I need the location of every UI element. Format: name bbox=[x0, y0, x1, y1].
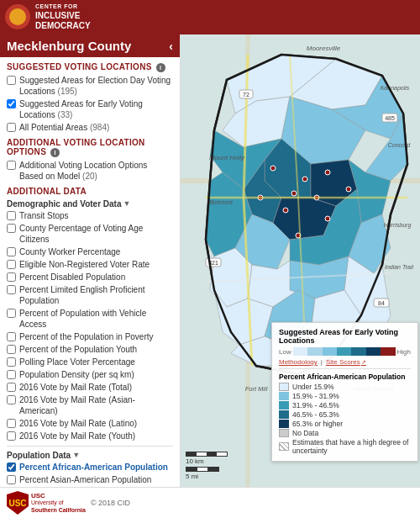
legend-early-voting-title: Suggested Areas for Early Voting Locatio… bbox=[279, 328, 411, 345]
poverty-label[interactable]: Percent of the Population in Poverty bbox=[19, 331, 154, 342]
worker-checkbox[interactable] bbox=[7, 247, 16, 256]
legend-gradient: Low High bbox=[279, 347, 411, 356]
density-option: Population Density (per sq km) bbox=[7, 369, 173, 380]
model-based-label[interactable]: Additional Voting Location Options Based… bbox=[19, 160, 173, 182]
gradient-seg-7 bbox=[381, 347, 395, 356]
african-checkbox[interactable] bbox=[7, 462, 16, 472]
methodology-link[interactable]: Methodology bbox=[279, 358, 318, 366]
model-based-checkbox[interactable] bbox=[7, 161, 16, 170]
scale-km-label: 10 km bbox=[186, 452, 228, 465]
early-voting-checkbox[interactable] bbox=[7, 99, 16, 108]
legend-high-label: High bbox=[397, 348, 411, 356]
mail-youth-label[interactable]: 2016 Vote by Mail Rate (Youth) bbox=[19, 431, 135, 441]
legend-color-7 bbox=[279, 442, 289, 451]
vap-label[interactable]: County Percentage of Voting Age Citizens bbox=[19, 223, 173, 245]
additional-options-label: ADDITIONAL VOTING LOCATION OPTIONS i bbox=[7, 138, 173, 157]
legend-color-3 bbox=[279, 401, 289, 410]
demographic-subsection[interactable]: Demographic and Voter Data ▼ bbox=[7, 199, 173, 209]
polling-label[interactable]: Polling Place Voter Percentage bbox=[19, 357, 135, 367]
nonreg-label[interactable]: Eligible Non-Registered Voter Rate bbox=[19, 259, 150, 270]
scale-bar: 10 km 5 mi bbox=[186, 452, 228, 480]
all-potential-checkbox[interactable] bbox=[7, 123, 16, 132]
svg-text:Mount Holly: Mount Holly bbox=[209, 154, 245, 161]
transit-checkbox[interactable] bbox=[7, 211, 16, 220]
vehicle-label[interactable]: Percent of Population with Vehicle Acces… bbox=[19, 308, 173, 330]
transit-label[interactable]: Transit Stops bbox=[19, 210, 69, 221]
app-header: CENTER FOR INCLUSIVE DEMOCRACY bbox=[0, 0, 420, 34]
svg-point-37 bbox=[325, 216, 330, 221]
asian-option: Percent Asian-American Population bbox=[7, 474, 173, 485]
nonreg-checkbox[interactable] bbox=[7, 260, 16, 269]
copyright-text: © 2018 CID bbox=[91, 499, 130, 507]
collapse-button[interactable]: ‹ bbox=[169, 40, 173, 53]
model-based-option: Additional Voting Location Options Based… bbox=[7, 160, 173, 182]
map-container[interactable]: 72 485 84 321 Mooresville Kannapolis Con… bbox=[181, 34, 420, 487]
county-title-bar: Mecklenburg County ‹ bbox=[0, 34, 180, 57]
mail-latino-label[interactable]: 2016 Vote by Mail Rate (Latino) bbox=[19, 418, 137, 429]
demographic-dropdown-icon: ▼ bbox=[123, 199, 131, 208]
density-label[interactable]: Population Density (per sq km) bbox=[19, 369, 134, 380]
university-of-label: University of bbox=[31, 500, 86, 506]
all-potential-label[interactable]: All Potential Areas (984) bbox=[19, 122, 109, 133]
svg-text:72: 72 bbox=[243, 92, 249, 98]
mail-asian-checkbox[interactable] bbox=[7, 395, 16, 404]
youth-checkbox[interactable] bbox=[7, 345, 16, 354]
vehicle-option: Percent of Population with Vehicle Acces… bbox=[7, 308, 173, 330]
election-day-checkbox[interactable] bbox=[7, 76, 16, 85]
gradient-seg-2 bbox=[307, 347, 322, 356]
legend-item-3: 31.9% - 46.5% bbox=[279, 401, 411, 410]
polling-checkbox[interactable] bbox=[7, 357, 16, 367]
mail-latino-checkbox[interactable] bbox=[7, 419, 16, 428]
legend-item-1: Under 15.9% bbox=[279, 383, 411, 391]
usc-logo: USC USC University of Southern Californi… bbox=[7, 491, 86, 515]
nonreg-option: Eligible Non-Registered Voter Rate bbox=[7, 259, 173, 270]
additional-data-label: ADDITIONAL DATA bbox=[7, 187, 173, 196]
mail-asian-label[interactable]: 2016 Vote by Mail Rate (Asian-American) bbox=[19, 394, 173, 416]
worker-label[interactable]: County Worker Percentage bbox=[19, 246, 120, 257]
lep-label[interactable]: Percent Limited English Proficient Popul… bbox=[19, 284, 173, 306]
poverty-checkbox[interactable] bbox=[7, 332, 16, 341]
population-label: Population Data bbox=[7, 451, 71, 460]
transit-option: Transit Stops bbox=[7, 210, 173, 221]
legend-item-5: 65.3% or higher bbox=[279, 420, 411, 428]
mail2016-label[interactable]: 2016 Vote by Mail Rate (Total) bbox=[19, 382, 132, 393]
polling-option: Polling Place Voter Percentage bbox=[7, 357, 173, 367]
vehicle-checkbox[interactable] bbox=[7, 309, 16, 318]
vap-checkbox[interactable] bbox=[7, 224, 16, 233]
asian-label[interactable]: Percent Asian-American Population bbox=[19, 474, 151, 485]
svg-text:Concord: Concord bbox=[388, 142, 412, 148]
election-day-label[interactable]: Suggested Areas for Election Day Voting … bbox=[19, 75, 173, 97]
svg-point-36 bbox=[283, 208, 288, 213]
density-checkbox[interactable] bbox=[7, 370, 16, 379]
additional-options-info-icon[interactable]: i bbox=[50, 148, 60, 157]
youth-label[interactable]: Percent of the Population Youth bbox=[19, 344, 137, 355]
mail2016-checkbox[interactable] bbox=[7, 383, 16, 392]
usc-footer: USC USC University of Southern Californi… bbox=[0, 487, 420, 518]
disabled-label[interactable]: Percent Disabled Population bbox=[19, 272, 125, 283]
usc-shield-container: USC bbox=[7, 491, 29, 515]
mail-youth-checkbox[interactable] bbox=[7, 431, 16, 441]
population-subsection[interactable]: Population Data ▼ bbox=[7, 451, 173, 460]
disabled-checkbox[interactable] bbox=[7, 272, 16, 282]
legend-label-1: Under 15.9% bbox=[292, 383, 334, 391]
scale-mi-label: 5 mi bbox=[186, 467, 219, 480]
university-name-label: Southern California bbox=[31, 507, 86, 514]
lep-checkbox[interactable] bbox=[7, 285, 16, 294]
election-day-option: Suggested Areas for Election Day Voting … bbox=[7, 75, 173, 97]
early-voting-label[interactable]: Suggested Areas for Early Voting Locatio… bbox=[19, 98, 173, 120]
legend-label-6: No Data bbox=[292, 429, 318, 437]
legend-item-7: Estimates that have a high degree of unc… bbox=[279, 438, 411, 455]
svg-point-38 bbox=[346, 187, 351, 192]
svg-text:Belmont: Belmont bbox=[209, 198, 233, 206]
asian-checkbox[interactable] bbox=[7, 475, 16, 484]
african-label[interactable]: Percent African-American Population bbox=[19, 462, 168, 473]
site-scores-link[interactable]: Site Scores ↗ bbox=[326, 358, 366, 366]
logo-icon bbox=[5, 4, 30, 29]
suggested-voting-info-icon[interactable]: i bbox=[156, 63, 165, 72]
gradient-seg-1 bbox=[293, 347, 307, 356]
usc-shield-icon: USC bbox=[7, 491, 29, 515]
usc-name: USC bbox=[31, 492, 86, 500]
svg-text:Mooresville: Mooresville bbox=[307, 45, 341, 52]
usc-text-block: USC University of Southern California bbox=[31, 492, 86, 514]
svg-text:Fort Mill: Fort Mill bbox=[245, 385, 268, 393]
